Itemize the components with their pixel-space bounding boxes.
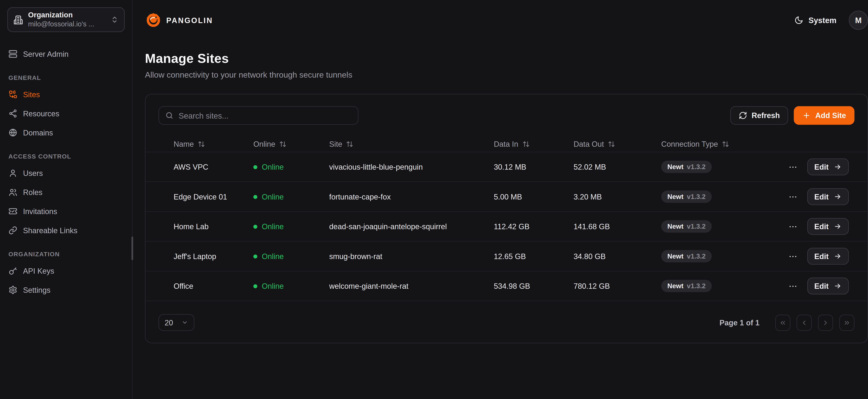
edit-button[interactable]: Edit <box>807 248 849 265</box>
header-cell-data-in[interactable]: Data In <box>494 140 529 148</box>
app-window: Organization milo@fossorial.io's ... Ser… <box>0 0 868 399</box>
theme-toggle-label: System <box>808 16 836 25</box>
sites-icon <box>8 90 18 99</box>
header-cell-name[interactable]: Name <box>174 140 205 148</box>
sidebar-item-server-admin[interactable]: Server Admin <box>7 44 125 64</box>
row-menu-button[interactable] <box>788 251 797 261</box>
avatar-initial: M <box>855 16 862 25</box>
page-info: Page 1 of 1 <box>719 318 760 327</box>
sidebar-item-resources[interactable]: Resources <box>7 104 125 123</box>
sidebar-item-label: Server Admin <box>23 50 69 58</box>
sort-icon <box>279 140 286 147</box>
table-body: AWS VPCOnlinevivacious-little-blue-pengu… <box>146 152 867 301</box>
status-badge: Online <box>253 222 284 231</box>
refresh-button[interactable]: Refresh <box>730 106 788 125</box>
first-page-button[interactable] <box>775 314 790 331</box>
header-cell-site[interactable]: Site <box>329 140 353 148</box>
sidebar-item-label: Sites <box>23 90 40 99</box>
connection-type: Newt <box>667 252 683 260</box>
org-picker-value: milo@fossorial.io's ... <box>28 20 106 29</box>
sidebar-item-label: API Keys <box>23 267 54 275</box>
edit-label: Edit <box>814 163 829 171</box>
cell-name: AWS VPC <box>174 163 208 171</box>
topbar: PANGOLIN System M <box>133 0 868 40</box>
column-label: Online <box>253 140 275 148</box>
sidebar-scrollbar[interactable] <box>131 237 133 260</box>
sidebar-nav: Server AdminGENERALSitesResourcesDomains… <box>7 44 125 300</box>
cell-data-out: 141.68 GB <box>574 222 610 231</box>
arrow-right-icon <box>834 252 841 260</box>
sidebar-item-settings[interactable]: Settings <box>7 280 125 300</box>
online-dot-icon <box>253 195 257 198</box>
theme-toggle-button[interactable]: System <box>795 16 836 25</box>
row-menu-button[interactable] <box>788 281 797 291</box>
page-subtitle: Allow connectivity to your network throu… <box>145 70 868 79</box>
header-cell-data-out[interactable]: Data Out <box>574 140 615 148</box>
sidebar-item-roles[interactable]: Roles <box>7 183 125 202</box>
moon-icon <box>795 16 803 25</box>
edit-label: Edit <box>814 252 829 260</box>
cell-name: Office <box>174 282 193 290</box>
search-icon <box>165 111 174 120</box>
globe-icon <box>8 128 18 137</box>
row-menu-button[interactable] <box>788 162 797 172</box>
page-content: Manage Sites Allow connectivity to your … <box>133 40 868 343</box>
ellipsis-icon <box>788 192 797 202</box>
add-site-label: Add Site <box>815 111 846 120</box>
pangolin-logo-icon <box>145 12 162 29</box>
table-row: Home LabOnlinedead-san-joaquin-antelope-… <box>146 212 867 242</box>
sidebar-item-users[interactable]: Users <box>7 163 125 183</box>
edit-label: Edit <box>814 282 829 290</box>
sidebar: Organization milo@fossorial.io's ... Ser… <box>0 0 133 399</box>
gear-icon <box>8 285 18 295</box>
column-label: Site <box>329 140 342 148</box>
edit-button[interactable]: Edit <box>807 218 849 235</box>
page-title: Manage Sites <box>145 51 868 66</box>
sidebar-item-shareable-links[interactable]: Shareable Links <box>7 221 125 240</box>
sidebar-item-label: Settings <box>23 286 51 294</box>
arrow-right-icon <box>834 282 841 290</box>
user-avatar[interactable]: M <box>849 10 868 30</box>
connection-badge: Newtv1.3.2 <box>661 161 712 173</box>
sidebar-section-label: ACCESS CONTROL <box>7 153 125 159</box>
brand-logo[interactable]: PANGOLIN <box>145 12 213 29</box>
next-page-button[interactable] <box>818 314 833 331</box>
column-label: Connection Type <box>661 140 718 148</box>
chevron-down-icon <box>181 319 188 326</box>
cell-data-out: 780.12 GB <box>574 282 610 290</box>
row-menu-button[interactable] <box>788 222 797 231</box>
table-header: NameOnlineSiteData InData OutConnection … <box>146 136 867 152</box>
header-cell-online[interactable]: Online <box>253 140 286 148</box>
connection-badge: Newtv1.3.2 <box>661 250 712 263</box>
last-page-button[interactable] <box>839 314 855 331</box>
sidebar-item-label: Invitations <box>23 207 57 215</box>
sidebar-item-label: Roles <box>23 188 42 196</box>
org-picker[interactable]: Organization milo@fossorial.io's ... <box>7 7 125 32</box>
connection-version: v1.3.2 <box>687 282 706 290</box>
edit-button[interactable]: Edit <box>807 278 849 295</box>
cell-name: Edge Device 01 <box>174 192 227 201</box>
page-size-select[interactable]: 20 <box>158 314 194 331</box>
sidebar-item-sites[interactable]: Sites <box>7 85 125 104</box>
online-dot-icon <box>253 254 257 258</box>
add-site-button[interactable]: Add Site <box>794 106 855 125</box>
header-cell-connection-type[interactable]: Connection Type <box>661 140 729 148</box>
chevrons-right-icon <box>843 319 850 326</box>
edit-button[interactable]: Edit <box>807 158 849 175</box>
ellipsis-icon <box>788 162 797 172</box>
sidebar-item-domains[interactable]: Domains <box>7 123 125 142</box>
sidebar-section-label: GENERAL <box>7 74 125 81</box>
row-menu-button[interactable] <box>788 192 797 202</box>
table-row: Jeff's LaptopOnlinesmug-brown-rat12.65 G… <box>146 242 867 271</box>
table-row: Edge Device 01Onlinefortunate-cape-fox5.… <box>146 182 867 212</box>
sites-card: Refresh Add Site NameOnlineSiteData InDa… <box>145 94 868 343</box>
connection-badge: Newtv1.3.2 <box>661 220 712 233</box>
sidebar-item-api-keys[interactable]: API Keys <box>7 261 125 280</box>
org-picker-label: Organization <box>28 10 106 20</box>
edit-button[interactable]: Edit <box>807 188 849 205</box>
sort-icon <box>346 140 353 147</box>
prev-page-button[interactable] <box>797 314 812 331</box>
sidebar-item-invitations[interactable]: Invitations <box>7 202 125 221</box>
search-input[interactable] <box>179 111 352 120</box>
connection-version: v1.3.2 <box>687 163 706 171</box>
